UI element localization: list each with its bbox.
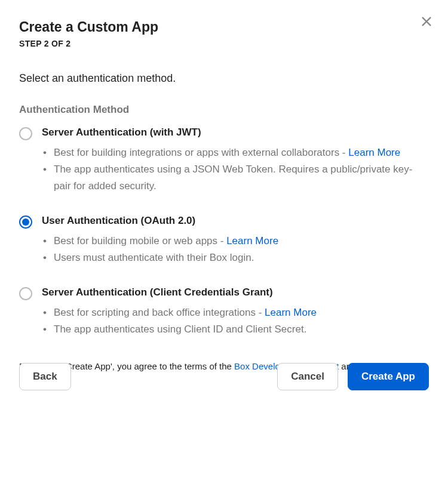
close-icon [420,15,433,28]
auth-option-oauth: User Authentication (OAuth 2.0) Best for… [19,215,429,266]
radio-jwt[interactable] [19,127,32,140]
learn-more-link[interactable]: Learn More [265,307,317,318]
footer-right: Cancel Create App [277,363,429,390]
auth-option-oauth-title[interactable]: User Authentication (OAuth 2.0) [42,215,429,227]
modal-title: Create a Custom App [19,19,429,35]
auth-option-jwt-title[interactable]: Server Authentication (with JWT) [42,127,429,138]
list-item: The app authenticates using Client ID an… [43,321,429,338]
list-item: The app authenticates using a JSON Web T… [43,161,429,195]
radio-oauth[interactable] [19,215,32,229]
back-button[interactable]: Back [19,363,71,390]
bullet-text: The app authenticates using Client ID an… [54,324,306,335]
bullet-text: Users must authenticate with their Box l… [54,252,254,263]
list-item: Best for scripting and back office integ… [43,304,429,321]
section-label: Authentication Method [19,104,429,116]
auth-option-client-credentials-content: Server Authentication (Client Credential… [42,286,429,338]
auth-option-client-credentials: Server Authentication (Client Credential… [19,286,429,338]
prompt-text: Select an authentication method. [19,72,429,85]
create-app-button[interactable]: Create App [348,363,429,390]
step-indicator: STEP 2 OF 2 [19,39,429,48]
list-item: Users must authenticate with their Box l… [43,249,429,266]
cancel-button[interactable]: Cancel [277,363,338,390]
auth-option-oauth-list: Best for building mobile or web apps - L… [42,233,429,266]
bullet-text: The app authenticates using a JSON Web T… [54,164,412,192]
radio-client-credentials[interactable] [19,287,32,300]
auth-option-client-credentials-title[interactable]: Server Authentication (Client Credential… [42,286,429,298]
auth-option-jwt: Server Authentication (with JWT) Best fo… [19,127,429,195]
list-item: Best for building integrations or apps w… [43,144,429,161]
auth-option-jwt-content: Server Authentication (with JWT) Best fo… [42,127,429,195]
bullet-text: Best for building mobile or web apps - [54,235,226,247]
bullet-text: Best for building integrations or apps w… [54,147,348,158]
modal-footer: Back Cancel Create App [19,363,429,390]
learn-more-link[interactable]: Learn More [226,235,278,247]
auth-option-oauth-content: User Authentication (OAuth 2.0) Best for… [42,215,429,266]
create-app-modal: Create a Custom App STEP 2 OF 2 Select a… [0,0,448,409]
bullet-text: Best for scripting and back office integ… [54,307,265,318]
close-button[interactable] [419,14,434,29]
auth-option-jwt-list: Best for building integrations or apps w… [42,144,429,195]
auth-option-client-credentials-list: Best for scripting and back office integ… [42,304,429,338]
list-item: Best for building mobile or web apps - L… [43,233,429,249]
learn-more-link[interactable]: Learn More [348,147,400,158]
